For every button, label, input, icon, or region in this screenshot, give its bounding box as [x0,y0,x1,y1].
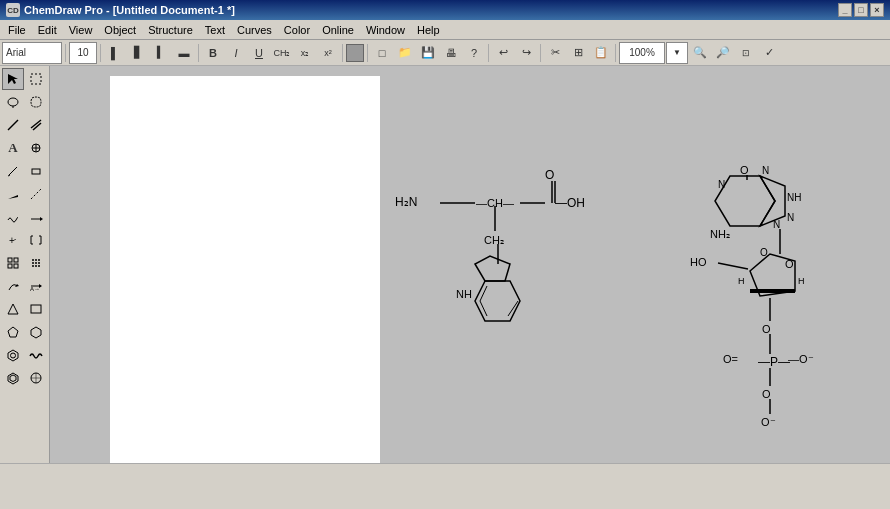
zoom-dropdown[interactable]: 100% [619,42,665,64]
scaffold-tool[interactable] [2,367,24,389]
align-justify-button[interactable]: ▬ [173,42,195,64]
svg-point-23 [35,259,37,261]
arrow-tool[interactable] [25,206,47,228]
bond-double-tool[interactable] [25,114,47,136]
underline-button[interactable]: U [248,42,270,64]
grid-tool[interactable] [2,252,24,274]
svg-marker-57 [475,256,510,281]
close-button[interactable]: × [870,3,884,17]
curved-arrow-tool[interactable] [2,275,24,297]
pencil-tool[interactable] [2,160,24,182]
svg-text:HO: HO [690,256,707,268]
menu-structure[interactable]: Structure [142,22,199,38]
align-left-button[interactable]: ▌ [104,42,126,64]
rectangle-tool[interactable] [25,298,47,320]
new-button[interactable]: □ [371,42,393,64]
dots-tool[interactable] [25,252,47,274]
text-tool[interactable]: A [2,137,24,159]
undo-button[interactable]: ↩ [492,42,514,64]
app-icon: CD [6,3,20,17]
zoom-in-button[interactable]: 🔍 [689,42,711,64]
checkmark-button[interactable]: ✓ [758,42,780,64]
svg-text:NH₂: NH₂ [710,228,730,240]
svg-text:N: N [773,219,780,230]
main-toolbar: Arial 10 ▌ ▋ ▍ ▬ B I U CH₂ x₂ x² □ 📁 💾 🖶… [0,40,890,66]
svg-rect-21 [14,264,18,268]
svg-text:O: O [762,323,771,335]
retrosynthetic-tool[interactable]: A→ [25,275,47,297]
open-button[interactable]: 📁 [394,42,416,64]
menu-curves[interactable]: Curves [231,22,278,38]
title-text: ChemDraw Pro - [Untitled Document-1 *] [24,4,235,16]
svg-marker-37 [8,327,18,337]
menu-text[interactable]: Text [199,22,231,38]
wavy-bond-tool[interactable] [2,206,24,228]
zoom-dropdown-arrow[interactable]: ▼ [666,42,688,64]
menu-help[interactable]: Help [411,22,446,38]
print-button[interactable]: 🖶 [440,42,462,64]
svg-rect-0 [31,74,41,84]
cut-button[interactable]: ✂ [544,42,566,64]
select-tool[interactable] [2,68,24,90]
marquee-tool[interactable] [25,68,47,90]
svg-point-28 [32,265,34,267]
subscript-button[interactable]: x₂ [294,42,316,64]
menu-file[interactable]: File [2,22,32,38]
eraser-tool[interactable] [25,160,47,182]
hexagon-tool[interactable] [25,321,47,343]
maximize-button[interactable]: □ [854,3,868,17]
paste-button[interactable]: 📋 [590,42,612,64]
polymer-tool[interactable] [25,367,47,389]
atom-tool[interactable] [25,137,47,159]
svg-text:A→: A→ [30,286,40,292]
svg-marker-42 [10,375,16,382]
menu-online[interactable]: Online [316,22,360,38]
wedge-tool[interactable] [2,183,24,205]
svg-point-30 [38,265,40,267]
svg-point-26 [35,262,37,264]
redo-button[interactable]: ↪ [515,42,537,64]
triangle-tool[interactable] [2,298,24,320]
nucleotide-molecule: O NH N N N NH₂ N O H H HO [630,166,890,463]
menu-view[interactable]: View [63,22,99,38]
tool-row-10: A→ [2,275,47,297]
menu-edit[interactable]: Edit [32,22,63,38]
color-swatch[interactable] [346,44,364,62]
benzene-tool[interactable] [2,344,24,366]
dash-bond-tool[interactable] [25,183,47,205]
charge-tool[interactable]: +- [2,229,24,251]
svg-point-29 [35,265,37,267]
tryptophan-molecule: H₂N —CH— O —OH CH₂ NH [390,116,610,406]
svg-text:N: N [718,179,725,190]
save-button[interactable]: 💾 [417,42,439,64]
svg-point-40 [11,353,16,358]
tool-row-11 [2,298,47,320]
bold-button[interactable]: B [202,42,224,64]
lasso-marquee-tool[interactable] [25,91,47,113]
zoom-out-button[interactable]: 🔎 [712,42,734,64]
wave-tool[interactable] [25,344,47,366]
minimize-button[interactable]: _ [838,3,852,17]
menu-color[interactable]: Color [278,22,316,38]
canvas-area[interactable]: H₂N —CH— O —OH CH₂ NH [50,66,890,463]
svg-text:H: H [738,276,745,286]
window-controls[interactable]: _ □ × [838,3,884,17]
pentagon-tool[interactable] [2,321,24,343]
bracket-tool[interactable] [25,229,47,251]
toolbar-separator-6 [488,44,489,62]
toolbar-separator-2 [100,44,101,62]
align-right-button[interactable]: ▍ [150,42,172,64]
svg-rect-20 [8,264,12,268]
tool-row-8: +- [2,229,47,251]
zoom-fit-button[interactable]: ⊡ [735,42,757,64]
menu-window[interactable]: Window [360,22,411,38]
copy-button[interactable]: ⊞ [567,42,589,64]
align-center-button[interactable]: ▋ [127,42,149,64]
toolbar-separator-5 [367,44,368,62]
bond-single-tool[interactable] [2,114,24,136]
menu-object[interactable]: Object [98,22,142,38]
help-button[interactable]: ? [463,42,485,64]
lasso-tool[interactable] [2,91,24,113]
superscript-button[interactable]: x² [317,42,339,64]
italic-button[interactable]: I [225,42,247,64]
